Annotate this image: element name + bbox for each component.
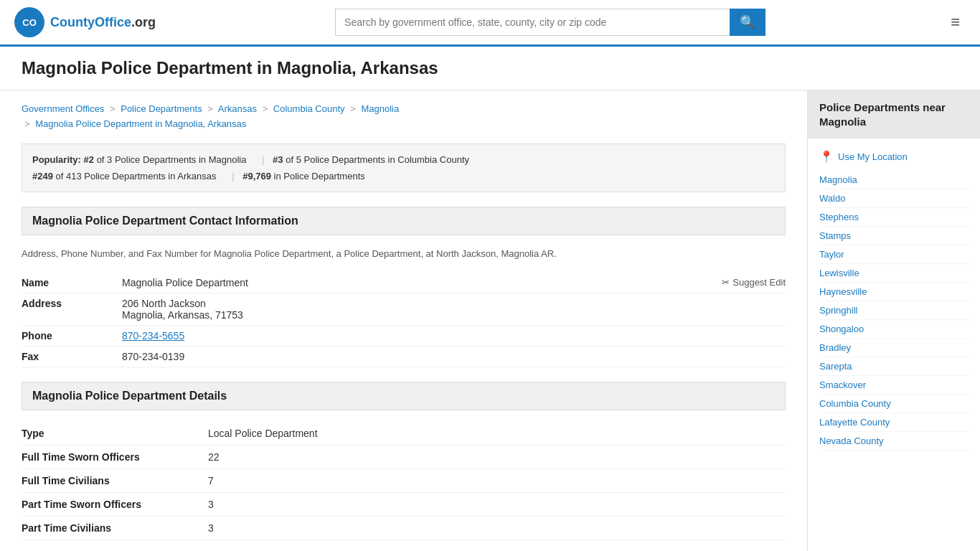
search-button[interactable]: 🔍 [730, 9, 765, 36]
phone-value: 870-234-5655 [122, 330, 786, 342]
detail-value-4: 3 [208, 522, 214, 534]
breadcrumb-sep-3: > [263, 103, 268, 114]
search-input[interactable] [335, 9, 730, 36]
contact-name-row: Name Magnolia Police Department ✂ Sugges… [22, 273, 786, 293]
logo-text: CountyOffice.org [50, 15, 156, 30]
sidebar-link-11[interactable]: Smackover [819, 376, 969, 395]
breadcrumb-link-government-offices[interactable]: Government Offices [22, 103, 104, 114]
detail-row-0: Type Local Police Department [22, 422, 786, 446]
address-label: Address [22, 298, 122, 309]
name-value: Magnolia Police Department [122, 277, 722, 288]
popularity-rank2: #3 of 5 Police Departments in Columbia C… [273, 154, 469, 165]
sidebar-link-3[interactable]: Stamps [819, 227, 969, 245]
breadcrumb-link-arkansas[interactable]: Arkansas [218, 103, 257, 114]
popularity-bar: Popularity: #2 of 3 Police Departments i… [22, 143, 786, 193]
breadcrumb-link-police-departments[interactable]: Police Departments [121, 103, 202, 114]
detail-label-3: Part Time Sworn Officers [22, 499, 208, 510]
phone-label: Phone [22, 330, 122, 342]
breadcrumb-link-columbia-county[interactable]: Columbia County [273, 103, 345, 114]
sidebar-link-4[interactable]: Taylor [819, 245, 969, 264]
popularity-rank1: #2 of 3 Police Departments in Magnolia [84, 154, 250, 165]
pop-sep-2: | [232, 171, 234, 182]
fax-label: Fax [22, 351, 122, 362]
name-label: Name [22, 277, 122, 288]
search-icon: 🔍 [740, 15, 755, 29]
detail-label-2: Full Time Civilians [22, 475, 208, 486]
detail-value-3: 3 [208, 499, 214, 510]
details-section-header: Magnolia Police Department Details [22, 382, 786, 410]
detail-value-1: 22 [208, 451, 220, 463]
pop-sep-1: | [262, 154, 264, 165]
sidebar-link-5[interactable]: Lewisville [819, 264, 969, 283]
sidebar-link-14[interactable]: Nevada County [819, 432, 969, 451]
detail-value-2: 7 [208, 475, 214, 486]
address-value: 206 North Jackson Magnolia, Arkansas, 71… [122, 298, 786, 321]
sidebar-content: 📍 Use My Location MagnoliaWaldoStephensS… [808, 138, 980, 458]
use-my-location-link[interactable]: 📍 Use My Location [819, 146, 969, 168]
contact-description: Address, Phone Number, and Fax Number fo… [22, 247, 786, 261]
sidebar-link-6[interactable]: Haynesville [819, 283, 969, 301]
sidebar-links: MagnoliaWaldoStephensStampsTaylorLewisvi… [819, 171, 969, 451]
breadcrumb-link-magnolia[interactable]: Magnolia [361, 103, 399, 114]
header: CO CountyOffice.org 🔍 ≡ [0, 0, 980, 47]
hamburger-icon: ≡ [951, 13, 960, 31]
scissors-icon: ✂ [722, 277, 730, 288]
detail-value-0: Local Police Department [208, 428, 318, 439]
detail-label-4: Part Time Civilians [22, 522, 208, 534]
popularity-label: Popularity: [32, 154, 81, 165]
sidebar-link-7[interactable]: Springhill [819, 301, 969, 320]
main-content: Government Offices > Police Departments … [0, 90, 808, 551]
sidebar-link-13[interactable]: Lafayette County [819, 413, 969, 432]
breadcrumb-sep-2: > [207, 103, 213, 114]
breadcrumb-sep-5: > [24, 118, 30, 129]
breadcrumb-link-full[interactable]: Magnolia Police Department in Magnolia, … [35, 118, 246, 129]
sidebar-link-8[interactable]: Shongaloo [819, 320, 969, 339]
detail-row-2: Full Time Civilians 7 [22, 469, 786, 493]
sidebar: Police Departments near Magnolia 📍 Use M… [808, 90, 980, 551]
contact-fax-row: Fax 870-234-0139 [22, 347, 786, 367]
location-pin-icon: 📍 [819, 150, 834, 164]
detail-row-1: Full Time Sworn Officers 22 [22, 446, 786, 469]
breadcrumb-sep-1: > [110, 103, 116, 114]
content-wrapper: Government Offices > Police Departments … [0, 90, 980, 551]
search-area: 🔍 [335, 9, 765, 36]
menu-button[interactable]: ≡ [945, 10, 966, 34]
breadcrumb-sep-4: > [350, 103, 356, 114]
phone-link[interactable]: 870-234-5655 [122, 330, 184, 342]
sidebar-link-1[interactable]: Waldo [819, 189, 969, 208]
sidebar-link-12[interactable]: Columbia County [819, 395, 969, 413]
detail-label-0: Type [22, 428, 208, 439]
fax-value: 870-234-0139 [122, 351, 786, 362]
contact-info-table: Name Magnolia Police Department ✂ Sugges… [22, 273, 786, 367]
details-section: Magnolia Police Department Details Type … [22, 382, 786, 540]
svg-text:CO: CO [22, 17, 37, 28]
contact-phone-row: Phone 870-234-5655 [22, 326, 786, 347]
detail-label-1: Full Time Sworn Officers [22, 451, 208, 463]
suggest-edit-button[interactable]: ✂ Suggest Edit [722, 277, 786, 288]
logo-area: CO CountyOffice.org [14, 7, 156, 37]
sidebar-link-0[interactable]: Magnolia [819, 171, 969, 189]
popularity-rank4: #9,769 in Police Departments [242, 171, 365, 182]
sidebar-link-10[interactable]: Sarepta [819, 357, 969, 376]
details-rows: Type Local Police Department Full Time S… [22, 422, 786, 540]
detail-row-4: Part Time Civilians 3 [22, 517, 786, 540]
sidebar-link-9[interactable]: Bradley [819, 339, 969, 357]
logo-icon: CO [14, 7, 44, 37]
sidebar-link-2[interactable]: Stephens [819, 208, 969, 227]
breadcrumb: Government Offices > Police Departments … [22, 102, 786, 132]
contact-section-header: Magnolia Police Department Contact Infor… [22, 207, 786, 235]
page-title-area: Magnolia Police Department in Magnolia, … [0, 47, 980, 90]
page-title: Magnolia Police Department in Magnolia, … [22, 58, 958, 78]
detail-row-3: Part Time Sworn Officers 3 [22, 493, 786, 517]
popularity-rank3: #249 of 413 Police Departments in Arkans… [32, 171, 219, 182]
contact-address-row: Address 206 North Jackson Magnolia, Arka… [22, 293, 786, 326]
sidebar-header: Police Departments near Magnolia [808, 90, 980, 138]
